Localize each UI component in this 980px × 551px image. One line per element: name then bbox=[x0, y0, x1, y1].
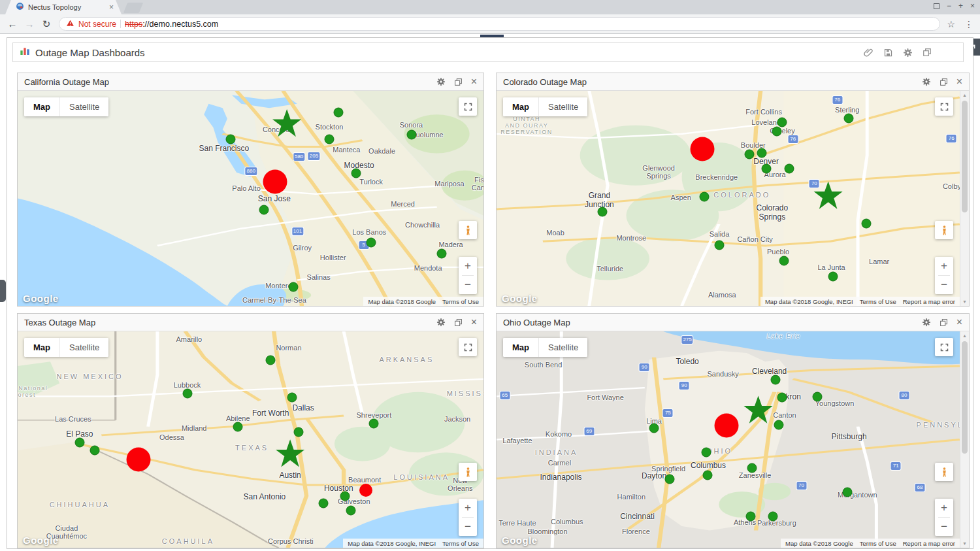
site-star-marker[interactable] bbox=[272, 109, 302, 139]
device-marker[interactable] bbox=[333, 107, 343, 117]
panel-restore-button[interactable] bbox=[939, 78, 948, 86]
device-marker[interactable] bbox=[785, 163, 794, 173]
site-star-marker[interactable] bbox=[275, 439, 305, 469]
device-marker[interactable] bbox=[761, 163, 771, 173]
device-marker[interactable] bbox=[182, 388, 192, 398]
google-logo[interactable]: Google bbox=[23, 293, 59, 304]
panel-close-button[interactable]: × bbox=[471, 318, 477, 327]
device-marker[interactable] bbox=[367, 238, 376, 248]
fullscreen-button[interactable] bbox=[459, 338, 477, 356]
zoom-in-button[interactable]: + bbox=[459, 257, 477, 275]
device-marker[interactable] bbox=[287, 392, 297, 402]
back-button[interactable]: ← bbox=[4, 18, 21, 29]
security-warning[interactable]: Not secure bbox=[78, 20, 116, 29]
device-marker[interactable] bbox=[828, 272, 838, 282]
device-marker[interactable] bbox=[407, 129, 417, 139]
fullscreen-button[interactable] bbox=[935, 338, 953, 356]
map-canvas[interactable]: Fort CollinsLovelandGreeleySterlingBould… bbox=[497, 91, 960, 306]
device-marker[interactable] bbox=[324, 134, 334, 144]
device-marker[interactable] bbox=[266, 356, 276, 365]
device-marker[interactable] bbox=[777, 392, 787, 402]
scroll-up-arrow[interactable]: ▲ bbox=[960, 333, 969, 338]
settings-gear-icon[interactable] bbox=[903, 48, 913, 58]
zoom-out-button[interactable]: − bbox=[459, 276, 477, 294]
device-marker[interactable] bbox=[702, 448, 711, 458]
device-marker[interactable] bbox=[768, 512, 777, 522]
panel-settings-button[interactable] bbox=[922, 77, 931, 86]
device-marker[interactable] bbox=[703, 471, 713, 480]
panel-close-button[interactable]: × bbox=[471, 77, 477, 86]
device-marker[interactable] bbox=[746, 512, 756, 522]
panel-scrollbar[interactable]: ▲ ▼ bbox=[960, 91, 969, 306]
zoom-out-button[interactable]: − bbox=[935, 518, 953, 536]
device-marker[interactable] bbox=[351, 168, 361, 178]
map-canvas[interactable]: AmarilloNormanARKANSASNEW MEXICOLubbockM… bbox=[18, 331, 483, 548]
device-marker[interactable] bbox=[770, 375, 780, 384]
tab-close-icon[interactable]: × bbox=[109, 3, 114, 12]
device-marker[interactable] bbox=[225, 134, 235, 144]
attribution-link[interactable]: Terms of Use bbox=[860, 540, 896, 547]
panel-restore-button[interactable] bbox=[454, 78, 463, 86]
side-panel-handle[interactable] bbox=[0, 280, 6, 302]
device-marker[interactable] bbox=[665, 475, 675, 484]
panel-restore-button[interactable] bbox=[454, 318, 463, 327]
device-marker[interactable] bbox=[597, 207, 607, 216]
reload-button[interactable]: ↻ bbox=[38, 18, 55, 30]
panel-close-button[interactable]: × bbox=[956, 77, 962, 86]
pegman-button[interactable] bbox=[459, 463, 477, 481]
device-marker[interactable] bbox=[340, 492, 350, 501]
address-bar[interactable]: Not secure https://demo.nectus5.com bbox=[59, 17, 940, 31]
satellite-button[interactable]: Satellite bbox=[538, 97, 587, 116]
device-marker[interactable] bbox=[289, 282, 299, 292]
device-marker[interactable] bbox=[745, 149, 755, 159]
new-tab-button[interactable] bbox=[123, 3, 143, 13]
attribution-link[interactable]: Report a map error bbox=[903, 540, 955, 547]
bookmark-star-icon[interactable]: ☆ bbox=[947, 19, 955, 29]
device-marker[interactable] bbox=[293, 427, 303, 437]
device-marker[interactable] bbox=[259, 205, 269, 214]
scrollbar-thumb[interactable] bbox=[962, 341, 968, 454]
zoom-in-button[interactable]: + bbox=[935, 257, 953, 275]
device-marker[interactable] bbox=[843, 488, 853, 497]
device-marker[interactable] bbox=[843, 113, 853, 123]
map-button[interactable]: Map bbox=[24, 97, 59, 116]
panel-close-button[interactable]: × bbox=[956, 318, 962, 327]
window-restore-icon[interactable] bbox=[923, 48, 932, 57]
device-marker[interactable] bbox=[700, 192, 710, 201]
scroll-down-arrow[interactable]: ▼ bbox=[960, 541, 969, 546]
window-close-button[interactable]: × bbox=[970, 1, 975, 10]
device-marker[interactable] bbox=[319, 499, 329, 509]
pegman-button[interactable] bbox=[935, 463, 953, 481]
device-marker[interactable] bbox=[774, 420, 783, 429]
panel-settings-button[interactable] bbox=[922, 318, 931, 327]
site-star-marker[interactable] bbox=[743, 395, 774, 425]
pegman-button[interactable] bbox=[935, 221, 953, 239]
zoom-in-button[interactable]: + bbox=[459, 499, 477, 517]
device-marker[interactable] bbox=[369, 418, 379, 428]
outage-alert-marker[interactable] bbox=[359, 484, 372, 497]
device-marker[interactable] bbox=[772, 126, 781, 136]
device-marker[interactable] bbox=[233, 422, 243, 431]
panel-scrollbar[interactable]: ▲ ▼ bbox=[960, 331, 969, 548]
map-canvas[interactable]: ConcordStocktonSonoraTuolumneSan Francis… bbox=[18, 91, 483, 306]
satellite-button[interactable]: Satellite bbox=[538, 338, 587, 357]
save-icon[interactable] bbox=[883, 48, 893, 58]
satellite-button[interactable]: Satellite bbox=[59, 338, 108, 357]
map-button[interactable]: Map bbox=[503, 97, 538, 116]
device-marker[interactable] bbox=[346, 506, 355, 516]
scrollbar-thumb[interactable] bbox=[962, 101, 968, 212]
map-button[interactable]: Map bbox=[24, 338, 59, 357]
map-canvas[interactable]: Lake ErieToledoSouth BendSanduskyClevela… bbox=[497, 331, 960, 548]
device-marker[interactable] bbox=[715, 241, 725, 250]
google-logo[interactable]: Google bbox=[23, 535, 59, 546]
device-marker[interactable] bbox=[747, 463, 757, 473]
forward-button[interactable]: → bbox=[21, 18, 38, 29]
attribution-link[interactable]: Terms of Use bbox=[442, 540, 479, 547]
device-marker[interactable] bbox=[74, 438, 84, 448]
device-marker[interactable] bbox=[777, 117, 787, 127]
google-logo[interactable]: Google bbox=[502, 535, 538, 546]
zoom-in-button[interactable]: + bbox=[935, 499, 953, 517]
pegman-button[interactable] bbox=[459, 221, 477, 239]
fullscreen-button[interactable] bbox=[459, 97, 477, 116]
panel-settings-button[interactable] bbox=[436, 318, 446, 327]
